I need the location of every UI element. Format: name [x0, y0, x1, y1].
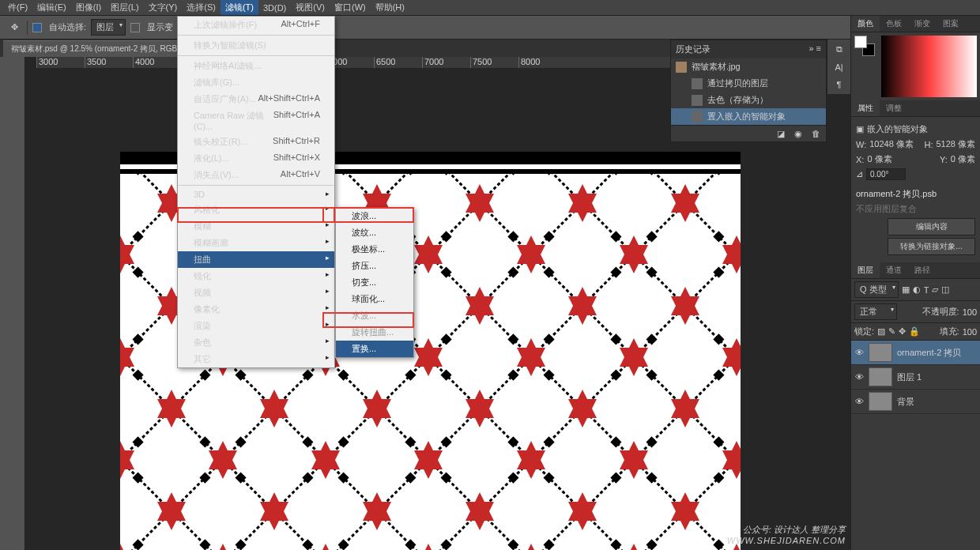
- trash-icon[interactable]: 🗑: [810, 128, 821, 139]
- foreground-background-swatch[interactable]: [854, 36, 875, 56]
- filter-menu-item[interactable]: 3D: [178, 187, 334, 202]
- filter-menu[interactable]: 上次滤镜操作(F)Alt+Ctrl+F转换为智能滤镜(S)神经网络AI滤镜...…: [177, 16, 335, 368]
- filter-menu-item[interactable]: 视频: [178, 284, 334, 301]
- filter-shape-icon[interactable]: ▱: [932, 284, 938, 295]
- layer-name[interactable]: 图层 1: [897, 371, 922, 383]
- filter-menu-item[interactable]: 渲染: [178, 318, 334, 334]
- lock-position-icon[interactable]: ✥: [899, 326, 906, 337]
- filter-menu-item[interactable]: 液化(L)...Shift+Ctrl+X: [178, 150, 334, 167]
- filter-menu-item[interactable]: 上次滤镜操作(F)Alt+Ctrl+F: [178, 17, 334, 33]
- filter-menu-item[interactable]: 杂色: [178, 334, 334, 351]
- menu-4[interactable]: 文字(Y): [144, 0, 183, 15]
- filter-menu-item[interactable]: 锐化: [178, 268, 334, 284]
- layer-name[interactable]: ornament-2 拷贝: [897, 347, 961, 359]
- filter-type-icon[interactable]: T: [924, 285, 929, 295]
- filter-menu-item[interactable]: 消失点(V)...Alt+Ctrl+V: [178, 167, 334, 183]
- menu-3[interactable]: 图层(L): [106, 0, 143, 15]
- history-state[interactable]: 通过拷贝的图层: [671, 75, 826, 92]
- panel-tab[interactable]: 属性: [851, 100, 880, 116]
- panel-tab[interactable]: 路径: [908, 262, 937, 278]
- distort-menu-item[interactable]: 波浪...: [336, 208, 413, 224]
- history-state[interactable]: 置入嵌入的智能对象: [671, 108, 826, 125]
- panel-tab[interactable]: 通道: [880, 262, 908, 278]
- filter-menu-item[interactable]: 其它: [178, 351, 334, 367]
- opacity-value[interactable]: 100: [963, 307, 977, 317]
- convert-to-linked-button[interactable]: 转换为链接对象...: [888, 238, 975, 255]
- filter-smart-icon[interactable]: ◫: [941, 284, 949, 295]
- layer-row[interactable]: 👁背景: [851, 390, 980, 414]
- color-panel-tabs[interactable]: 颜色色板渐变图案: [851, 16, 980, 32]
- filter-menu-item[interactable]: 像素化: [178, 301, 334, 318]
- layer-thumbnail[interactable]: [869, 343, 892, 362]
- menu-8[interactable]: 视图(V): [291, 0, 330, 15]
- distort-menu-item[interactable]: 球面化...: [336, 291, 413, 307]
- distort-menu-item[interactable]: 极坐标...: [336, 241, 413, 258]
- layer-row[interactable]: 👁ornament-2 拷贝: [851, 341, 980, 365]
- filter-menu-item[interactable]: 转换为智能滤镜(S): [178, 37, 334, 54]
- layer-thumbnail[interactable]: [869, 392, 892, 411]
- properties-panel-tabs[interactable]: 属性调整: [851, 100, 980, 117]
- panel-tab[interactable]: 图案: [937, 16, 965, 32]
- layer-name[interactable]: 背景: [897, 396, 914, 408]
- collapse-icon[interactable]: » ≡: [808, 43, 821, 55]
- distort-menu-item[interactable]: 置换...: [336, 341, 413, 357]
- lock-transparency-icon[interactable]: ▨: [877, 326, 885, 337]
- distort-submenu[interactable]: 波浪...波纹...极坐标...挤压...切变...球面化...水波...旋转扭…: [335, 207, 414, 358]
- menu-6[interactable]: 滤镜(T): [220, 0, 258, 15]
- filter-menu-item[interactable]: 神经网络AI滤镜...: [178, 58, 334, 74]
- width-value[interactable]: 10248 像素: [869, 138, 914, 150]
- paragraph-panel-icon[interactable]: ¶: [837, 80, 842, 89]
- distort-menu-item[interactable]: 波纹...: [336, 224, 413, 241]
- lock-pixels-icon[interactable]: ✎: [888, 326, 895, 337]
- filter-menu-item[interactable]: 滤镜库(G)...: [178, 74, 334, 91]
- layer-thumbnail[interactable]: [869, 367, 892, 386]
- filter-menu-item[interactable]: 自适应广角(A)...Alt+Shift+Ctrl+A: [178, 91, 334, 107]
- height-value[interactable]: 5128 像素: [936, 138, 975, 150]
- filter-menu-item[interactable]: 扭曲: [178, 251, 334, 268]
- menu-2[interactable]: 图像(I): [71, 0, 106, 15]
- y-value[interactable]: 0 像素: [951, 153, 975, 165]
- menu-7[interactable]: 3D(D): [258, 2, 291, 14]
- menu-5[interactable]: 选择(S): [182, 0, 220, 15]
- snapshot-camera-icon[interactable]: ◉: [793, 128, 804, 139]
- menu-10[interactable]: 帮助(H): [371, 0, 409, 15]
- color-spectrum[interactable]: [881, 36, 977, 97]
- filter-menu-item[interactable]: 镜头校正(R)...Shift+Ctrl+R: [178, 134, 334, 150]
- layer-row[interactable]: 👁图层 1: [851, 365, 980, 390]
- panel-icon[interactable]: ⧉: [836, 44, 842, 55]
- visibility-icon[interactable]: 👁: [854, 372, 864, 382]
- lock-all-icon[interactable]: 🔒: [909, 326, 920, 337]
- fill-value[interactable]: 100: [963, 327, 977, 337]
- menu-0[interactable]: 件(F): [3, 0, 32, 15]
- history-panel[interactable]: 历史记录» ≡ 褶皱素材.jpg 通过拷贝的图层去色（存储为）置入嵌入的智能对象…: [670, 40, 827, 142]
- move-tool-icon[interactable]: ✥: [6, 20, 22, 36]
- tools-panel[interactable]: [0, 57, 25, 550]
- panel-tab[interactable]: 调整: [880, 100, 908, 116]
- layer-filter-dropdown[interactable]: Q 类型: [854, 281, 899, 298]
- blend-mode-dropdown[interactable]: 正常: [854, 303, 897, 320]
- show-transform-checkbox[interactable]: [130, 23, 140, 32]
- x-value[interactable]: 0 像素: [867, 153, 891, 165]
- angle-input[interactable]: 0.00°: [866, 168, 906, 180]
- create-document-icon[interactable]: ◪: [775, 128, 786, 139]
- autoselect-checkbox[interactable]: [32, 23, 42, 32]
- menu-9[interactable]: 窗口(W): [330, 0, 371, 15]
- visibility-icon[interactable]: 👁: [854, 397, 864, 406]
- filter-menu-item[interactable]: Camera Raw 滤镜(C)...Shift+Ctrl+A: [178, 107, 334, 134]
- distort-menu-item[interactable]: 切变...: [336, 274, 413, 291]
- character-panel-icon[interactable]: A|: [835, 62, 842, 72]
- filter-menu-item[interactable]: 模糊: [178, 218, 334, 235]
- autoselect-target-dropdown[interactable]: 图层: [91, 19, 126, 36]
- panel-tab[interactable]: 图层: [851, 262, 880, 278]
- history-state[interactable]: 去色（存储为）: [671, 92, 826, 108]
- collapsed-panel-dock[interactable]: ⧉ A| ¶: [827, 40, 850, 94]
- panel-tab[interactable]: 渐变: [908, 16, 937, 32]
- distort-menu-item[interactable]: 挤压...: [336, 258, 413, 274]
- layers-panel-tabs[interactable]: 图层通道路径: [851, 262, 980, 279]
- filter-menu-item[interactable]: 风格化: [178, 202, 334, 218]
- edit-contents-button[interactable]: 编辑内容: [888, 218, 975, 235]
- filter-pixel-icon[interactable]: ▦: [902, 284, 910, 295]
- panel-tab[interactable]: 色板: [880, 16, 908, 32]
- filter-menu-item[interactable]: 模糊画廊: [178, 235, 334, 251]
- panel-tab[interactable]: 颜色: [851, 16, 880, 32]
